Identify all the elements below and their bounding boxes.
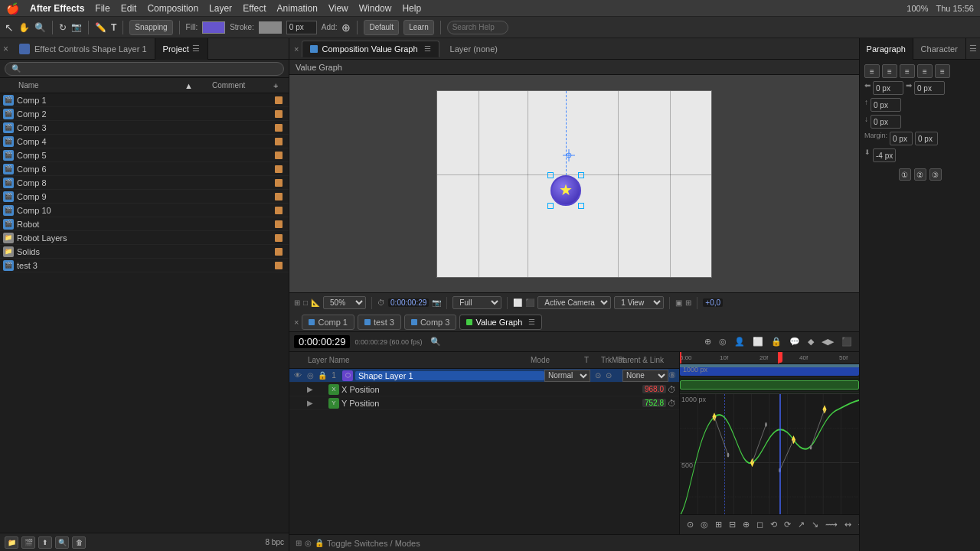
tab-vg-menu[interactable]: ☰ [528,318,535,326]
project-search-input[interactable] [5,62,284,76]
graph-tool-6[interactable]: ◻ [754,520,766,530]
para-option-2[interactable]: ② [914,168,926,181]
trkmat2-icon[interactable]: ⊙ [606,371,622,380]
align-center-btn[interactable]: ≡ [882,64,897,78]
ypos-visibility[interactable] [315,398,326,409]
stroke-width-input[interactable] [286,21,317,34]
ease-btn-1[interactable]: ↗ [795,520,807,530]
graph-tool-4[interactable]: ⊟ [727,520,738,530]
menu-effect[interactable]: Effect [243,3,266,14]
tl-tool-addkf[interactable]: ◆ [805,337,816,347]
tool-rotate[interactable]: ↻ [59,22,67,33]
tool-pen[interactable]: ✏️ [95,22,106,33]
col-comment-header[interactable]: Comment [212,81,273,90]
project-item-comp5[interactable]: 🎬Comp 5 [0,148,289,162]
tl-tool-shy[interactable]: 👤 [732,337,747,347]
search-help-input[interactable] [447,21,508,34]
align-justify-right-btn[interactable]: ≡ [935,64,950,78]
canvas-area[interactable]: RRCG 人人素材 [289,75,859,292]
col-name-header[interactable]: Name [18,81,185,90]
comp-panel-close[interactable]: × [294,44,299,54]
tool-hand[interactable]: ✋ [18,22,30,33]
zoom-dropdown[interactable]: 50% 100% 200% [323,296,366,309]
viewer-3d-icon[interactable]: ⬜ [513,298,522,307]
camera-dropdown[interactable]: Active Camera [537,296,611,309]
viewer-ruler-icon[interactable]: 📐 [311,298,320,307]
menu-window[interactable]: Window [359,3,392,14]
tool-camera[interactable]: 📷 [71,22,82,32]
layer-name-shape1[interactable]: Shape Layer 1 [355,371,544,380]
col-add-icon[interactable]: + [273,81,286,90]
viewer-time-display[interactable]: 0:00:00:29 [388,298,429,307]
menu-edit[interactable]: Edit [121,3,137,14]
tangent-1-handle[interactable] [727,453,730,458]
panel-close-btn[interactable]: × [0,44,11,54]
graph-area[interactable]: 1000 px 500 [680,393,859,531]
tab-value-graph[interactable]: Value Graph ☰ [459,315,542,330]
tangent-2-handle[interactable] [765,422,767,427]
viewer-options-icon[interactable]: ⊞ [685,298,691,307]
ease-btn-3[interactable]: ⟿ [823,520,840,530]
comp-tab-value-graph-viewer[interactable]: Composition Value Graph ☰ [302,41,439,57]
graph-tool-8[interactable]: ⟳ [782,520,793,530]
project-item-comp2[interactable]: 🎬Comp 2 [0,107,289,121]
add-btn[interactable]: ⊕ [341,21,351,34]
default-btn[interactable]: Default [364,20,399,35]
layer-mode-select[interactable]: Normal Add Multiply [544,370,590,382]
margin-left-input[interactable] [890,132,913,145]
xpos-visibility[interactable] [315,384,326,395]
ypos-animate-icon[interactable]: ⏱ [668,399,676,408]
ypos-value[interactable]: 752.8 [642,399,666,407]
toggle-label[interactable]: Toggle Switches / Modes [327,539,420,548]
composition-canvas[interactable] [436,90,712,278]
anchor-bl[interactable] [547,203,554,209]
project-item-comp10[interactable]: 🎬Comp 10 [0,204,289,217]
viewer-region-icon[interactable]: ▣ [675,298,682,307]
para-option-1[interactable]: ① [899,168,911,181]
tab-effect-controls[interactable]: Effect Controls Shape Layer 1 [11,38,155,60]
ease-btn-2[interactable]: ↘ [809,520,821,530]
align-right-btn[interactable]: ≡ [900,64,915,78]
viewer-alpha-icon[interactable]: ⬛ [525,298,534,307]
viewer-snapshot-icon[interactable]: 📷 [432,298,441,307]
xpos-animate-icon[interactable]: ⏱ [668,385,676,394]
tab-paragraph[interactable]: Paragraph [860,38,913,60]
indent-right-input[interactable] [914,81,945,95]
tab-comp3[interactable]: Comp 3 [404,315,457,330]
timeline-search-icon[interactable]: 🔍 [430,337,441,347]
graph-tool-2[interactable]: ◎ [698,520,710,530]
import-btn[interactable]: ⬆ [38,536,52,549]
tl-tool-comment[interactable]: 💬 [787,337,802,347]
comp-viewer-menu[interactable]: ☰ [424,44,431,53]
quality-dropdown[interactable]: Full Half Quarter [452,296,501,309]
viewer-grid-icon[interactable]: ⊞ [294,298,300,307]
menu-layer[interactable]: Layer [209,3,232,14]
project-item-solids[interactable]: 📁Solids [0,245,289,259]
project-item-comp3[interactable]: 🎬Comp 3 [0,121,289,135]
snapping-toggle[interactable]: Snapping [129,20,172,35]
fill-color-swatch[interactable] [202,21,225,34]
anchor-br[interactable] [578,203,584,209]
layer-parent-select[interactable]: None [622,370,668,382]
graph-tool-3[interactable]: ⊞ [713,520,724,530]
anchor-tl[interactable] [547,172,554,178]
align-left-btn[interactable]: ≡ [864,64,880,78]
view-dropdown[interactable]: 1 View 2 Views [614,296,664,309]
apple-menu[interactable]: 🍎 [6,2,19,15]
tab-comp1[interactable]: Comp 1 [302,315,354,330]
project-item-comp6[interactable]: 🎬Comp 6 [0,162,289,176]
menu-view[interactable]: View [328,3,348,14]
tl-tool-solo[interactable]: ◎ [717,337,729,347]
tl-tool-lock[interactable]: 🔒 [769,337,784,347]
tool-text[interactable]: T [111,22,116,33]
tab-test3[interactable]: test 3 [358,315,401,330]
space-before-input[interactable] [871,98,901,112]
shape-layer-1[interactable] [550,175,581,206]
layer-lock-btn[interactable]: 🔒 [317,370,328,381]
new-comp-btn[interactable]: 🎬 [21,536,35,549]
viewer-timer-icon[interactable]: ⏱ [377,298,385,307]
project-item-comp9[interactable]: 🎬Comp 9 [0,190,289,204]
tl-solo-icon[interactable]: ◎ [305,539,312,547]
playhead-handle[interactable] [778,352,782,363]
tl-tool-anchor[interactable]: ⊕ [702,337,714,347]
